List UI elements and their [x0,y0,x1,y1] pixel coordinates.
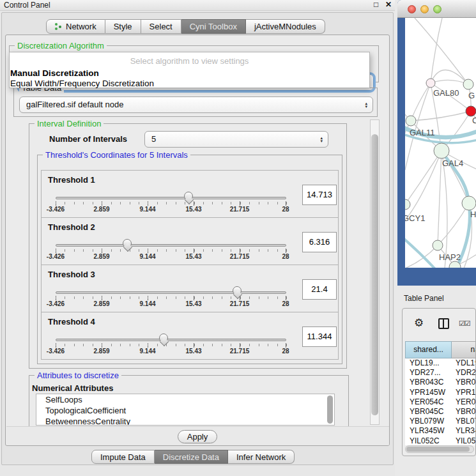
node-label: HAP2 [439,252,461,262]
network-edge[interactable] [431,80,468,84]
float-window-icon[interactable]: □ [374,0,378,9]
group-title: Interval Definition [35,119,104,128]
select-columns-icon[interactable]: ☑☑ [459,319,470,328]
network-edge[interactable] [405,83,431,170]
combo-arrows-icon: ▴▾ [365,98,367,112]
cell-name: YPR145W [452,388,476,397]
slider-thumb[interactable] [233,286,242,295]
group-title: Attributes to discretize [35,371,121,380]
column-header-shared-name[interactable]: shared... [405,341,452,358]
tab-jactivemnodules[interactable]: jActiveMNodules [246,19,325,34]
network-edge[interactable] [415,18,468,84]
network-node[interactable] [462,196,476,210]
threshold-value-field[interactable]: 6.316 [302,232,337,252]
column-header-name[interactable]: name [452,341,476,358]
tick-label: 9.144 [139,253,155,260]
network-edge[interactable] [438,151,441,245]
table-row[interactable]: YER054CYER054C [405,397,476,407]
tab-select[interactable]: Select [141,19,181,34]
table-row[interactable]: YLR345WYLR345W [405,426,476,436]
table-row[interactable]: YDL19...YDL19... [405,358,476,368]
network-node[interactable] [405,199,410,210]
tab-infer-network[interactable]: Infer Network [228,450,295,464]
network-node[interactable] [426,79,435,88]
split-columns-icon[interactable] [438,318,449,329]
network-node[interactable] [433,240,443,250]
table-data-combobox[interactable]: galFiltered.sif default node ▴▾ [19,96,373,113]
settings-scrollbar-thumb[interactable] [371,134,378,415]
attribute-item-selfloops[interactable]: SelfLoops [36,394,334,405]
cell-name: YLR345W [452,426,476,436]
table-hscrollbar-thumb[interactable] [406,447,470,452]
table-row[interactable]: YBR045CYBR045C [405,407,476,417]
network-edge[interactable] [411,83,431,121]
network-node[interactable] [406,116,416,126]
table-rows: YDL19...YDL19...YDR27...YDR27...YBR043CY… [405,358,476,445]
network-edge[interactable] [431,18,442,83]
table-row[interactable]: YBL079WYBL079W [405,417,476,426]
tab-network[interactable]: Network [46,19,105,34]
tab-impute-data[interactable]: Impute Data [91,450,155,464]
network-edge[interactable] [405,151,441,204]
table-row[interactable]: YDR27...YDR27... [405,368,476,378]
attributes-list: SelfLoopsTopologicalCoefficientBetweenne… [36,394,335,426]
table-header: shared... name [405,341,476,358]
mac-minimize-button[interactable] [420,5,429,13]
tick-label: 28 [282,348,289,355]
slider-tick-labels: -3.4262.8599.14415.4321.71528 [42,265,338,312]
dropdown-hint: Select algorithm to view settings [10,56,369,66]
network-canvas[interactable]: GAL80GCGAL11GAL4GCY1HHAP2 [405,18,476,268]
algorithm-option-equal-width-frequency-discretization[interactable]: Equal Width/Frequency Discretization [10,79,369,89]
cell-name: YBR043C [452,378,476,387]
slider-thumb[interactable] [159,334,168,342]
settings-scrollbar-track[interactable] [370,119,380,425]
slider-thumb[interactable] [184,192,193,201]
attributes-list-scrollbar[interactable] [327,395,333,424]
algorithm-option-manual-discretization[interactable]: Manual Discretization [10,68,369,79]
tick-label: 21.715 [230,206,250,213]
threshold-row: Threshold 2 -3.4262.8599.14415.4321.7152… [41,217,339,265]
gear-icon[interactable]: ⚙ [414,316,424,330]
tab-discretize-data[interactable]: Discretize Data [155,450,228,464]
table-row[interactable]: YBR043CYBR043C [405,378,476,387]
table-panel: ⚙ ☑☑ shared... name YDL19...YDL19...YDR2… [402,308,476,456]
apply-button[interactable]: Apply [178,430,217,443]
tick-label: 15.43 [185,253,201,260]
tab-label: Cyni Toolbox [190,20,237,33]
network-node[interactable] [466,106,476,116]
number-of-intervals-combobox[interactable]: 5 ▴▾ [144,131,328,148]
cell-shared-name: YBR045C [405,407,452,417]
close-panel-icon[interactable]: ✕ [385,0,392,9]
mac-close-button[interactable] [408,5,416,13]
slider-thumb[interactable] [123,239,132,248]
threshold-value-field[interactable]: 14.713 [302,185,337,205]
network-edge[interactable] [438,203,469,245]
threshold-value-field[interactable]: 21.4 [302,279,337,300]
cell-name: YDL19... [452,358,476,368]
slider-tick-labels: -3.4262.8599.14415.4321.71528 [42,312,338,359]
network-edge[interactable] [441,151,447,268]
tab-cyni-toolbox[interactable]: Cyni Toolbox [181,19,246,34]
node-label: G [468,91,475,100]
group-title: Threshold's Coordinates for 5 Intervals [43,150,190,160]
network-node[interactable] [463,79,473,89]
mac-zoom-button[interactable] [433,5,441,13]
group-title: Discretization Algorithm [15,41,107,50]
table-row[interactable]: YPR145WYPR145W [405,388,476,397]
network-node[interactable] [434,143,449,158]
table-row[interactable]: YIL052CYIL052C [405,436,476,446]
tab-style[interactable]: Style [105,19,141,34]
apply-strip: Apply [6,426,390,446]
network-window-titlebar [397,0,476,18]
cell-name: YBL079W [452,417,476,426]
threshold-value-field[interactable]: 11.344 [302,326,337,347]
top-tab-strip: NetworkStyleSelectCyni ToolboxjActiveMNo… [46,19,325,34]
table-hscrollbar-track[interactable] [405,445,474,453]
threshold-list: Threshold 1 -3.4262.8599.14415.4321.7152… [41,171,339,360]
attribute-item-betweennesscentrality[interactable]: BetweennessCentrality [36,416,334,426]
tick-label: -3.426 [47,206,65,213]
table-data-value: galFiltered.sif default node [26,100,123,109]
node-label: GCY1 [405,213,425,223]
threshold-row: Threshold 4 -3.4262.8599.14415.4321.7152… [41,312,339,360]
attribute-item-topologicalcoefficient[interactable]: TopologicalCoefficient [36,405,334,416]
